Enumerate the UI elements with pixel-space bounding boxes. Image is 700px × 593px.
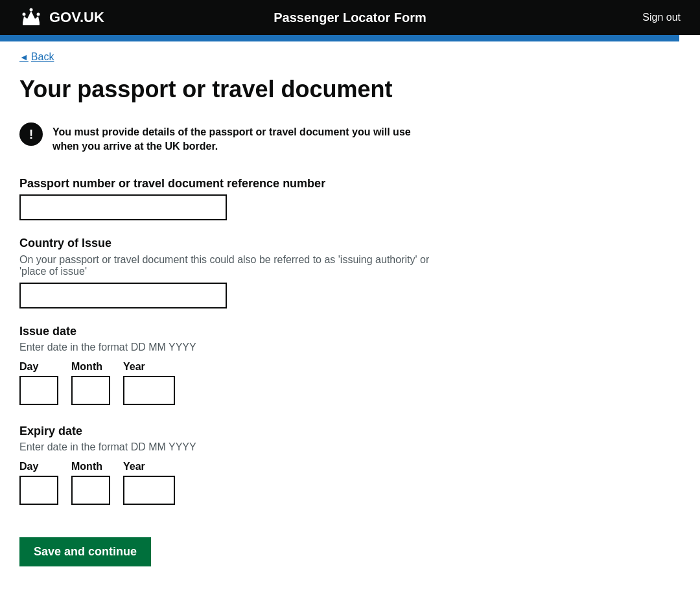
svg-rect-0 — [23, 23, 40, 25]
issue-date-fields: Day Month Year — [19, 361, 434, 405]
passport-number-group: Passport number or travel document refer… — [19, 177, 434, 220]
back-link-container: ◄ Back — [0, 41, 700, 69]
issue-month-label: Month — [71, 361, 110, 373]
issue-year-group: Year — [123, 361, 175, 405]
progress-bar — [0, 35, 679, 41]
warning-box: ! You must provide details of the passpo… — [19, 122, 434, 154]
gov-uk-logo: GOV.UK — [19, 6, 104, 29]
issue-year-label: Year — [123, 361, 175, 373]
logo-text: GOV.UK — [49, 9, 104, 26]
warning-text: You must provide details of the passport… — [52, 122, 434, 154]
save-continue-button[interactable]: Save and continue — [19, 537, 151, 566]
expiry-day-label: Day — [19, 461, 58, 472]
back-arrow-icon: ◄ — [19, 52, 29, 62]
expiry-month-input[interactable] — [71, 476, 110, 505]
svg-point-1 — [23, 13, 26, 16]
svg-point-2 — [37, 13, 40, 16]
expiry-date-fields: Day Month Year — [19, 461, 434, 505]
country-of-issue-hint: On your passport or travel document this… — [19, 254, 434, 277]
issue-month-input[interactable] — [71, 376, 110, 405]
country-of-issue-input[interactable] — [19, 283, 227, 308]
sign-out-link[interactable]: Sign out — [642, 12, 681, 23]
issue-date-hint: Enter date in the format DD MM YYYY — [19, 342, 434, 353]
issue-day-group: Day — [19, 361, 58, 405]
passport-number-input[interactable] — [19, 194, 227, 220]
expiry-date-hint: Enter date in the format DD MM YYYY — [19, 441, 434, 453]
issue-day-label: Day — [19, 361, 58, 373]
page-title: Your passport or travel document — [19, 76, 434, 103]
expiry-month-group: Month — [71, 461, 110, 505]
issue-year-input[interactable] — [123, 376, 175, 405]
svg-point-3 — [30, 8, 33, 12]
warning-icon: ! — [19, 122, 43, 146]
expiry-date-label: Expiry date — [19, 424, 434, 438]
passport-number-label: Passport number or travel document refer… — [19, 177, 434, 191]
expiry-year-input[interactable] — [123, 476, 175, 505]
issue-date-group: Issue date Enter date in the format DD M… — [19, 325, 434, 405]
header-title: Passenger Locator Form — [274, 10, 426, 25]
expiry-year-label: Year — [123, 461, 175, 472]
expiry-day-group: Day — [19, 461, 58, 505]
back-link[interactable]: ◄ Back — [19, 51, 54, 63]
back-link-label: Back — [31, 51, 54, 63]
expiry-date-group: Expiry date Enter date in the format DD … — [19, 424, 434, 505]
expiry-year-group: Year — [123, 461, 175, 505]
expiry-day-input[interactable] — [19, 476, 58, 505]
country-of-issue-group: Country of Issue On your passport or tra… — [19, 237, 434, 308]
issue-month-group: Month — [71, 361, 110, 405]
site-header: GOV.UK Passenger Locator Form Sign out — [0, 0, 700, 35]
main-content: Your passport or travel document ! You m… — [0, 69, 454, 592]
country-of-issue-label: Country of Issue — [19, 237, 434, 250]
expiry-month-label: Month — [71, 461, 110, 472]
issue-date-label: Issue date — [19, 325, 434, 338]
issue-day-input[interactable] — [19, 376, 58, 405]
crown-icon — [19, 6, 43, 29]
